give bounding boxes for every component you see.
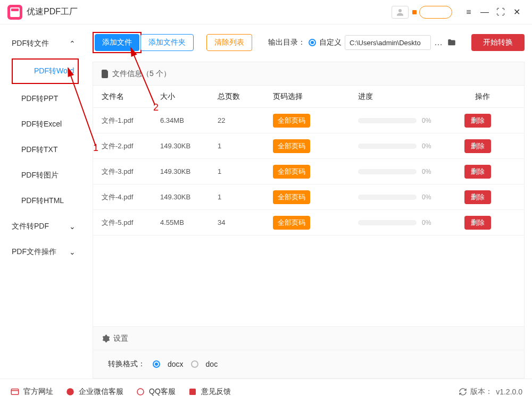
output-path-input[interactable] xyxy=(345,35,431,50)
start-convert-button[interactable]: 开始转换 xyxy=(471,34,525,51)
table-row: 文件-5.pdf4.55MB34全部页码0%删除 xyxy=(93,210,524,235)
table-row: 文件-2.pdf149.30KB1全部页码0%删除 xyxy=(93,133,524,159)
footer-feedback[interactable]: 意见反馈 xyxy=(187,386,231,397)
add-file-button[interactable]: 添加文件 xyxy=(95,34,139,51)
format-radio-doc[interactable] xyxy=(191,360,198,368)
maximize-button[interactable]: ⛶ xyxy=(493,0,509,24)
refresh-icon xyxy=(459,388,467,396)
svg-rect-4 xyxy=(189,389,196,395)
sidebar-item-pdf-to-image[interactable]: PDF转图片 xyxy=(0,163,85,188)
footer-qq-support[interactable]: QQ客服 xyxy=(135,386,176,397)
cell-size: 6.34MB xyxy=(160,116,218,124)
progress-bar xyxy=(358,169,417,174)
sidebar: PDF转文件 ⌃ PDF转Word PDF转PPT PDF转Excel PDF转… xyxy=(0,24,85,378)
progress-text: 0% xyxy=(422,193,431,201)
delete-row-button[interactable]: 删除 xyxy=(464,216,491,230)
add-folder-button[interactable]: 添加文件夹 xyxy=(140,34,194,51)
cell-name: 文件-2.pdf xyxy=(102,141,160,151)
toolbar: 添加文件 添加文件夹 清除列表 输出目录： 自定义 … 开始转换 xyxy=(93,31,525,54)
col-name: 文件名 xyxy=(102,92,160,102)
menu-button[interactable]: ≡ xyxy=(461,0,477,24)
qq-icon xyxy=(135,386,146,397)
minimize-button[interactable]: — xyxy=(477,0,493,24)
sidebar-item-pdf-to-txt[interactable]: PDF转TXT xyxy=(0,137,85,163)
cell-pages: 22 xyxy=(218,116,273,124)
feedback-icon xyxy=(187,386,198,397)
footer-official-site[interactable]: 官方网址 xyxy=(10,386,53,397)
sidebar-item-label: PDF转图片 xyxy=(21,171,59,180)
cell-size: 149.30KB xyxy=(160,167,218,175)
sidebar-item-label: PDF转Excel xyxy=(21,120,62,129)
cell-size: 4.55MB xyxy=(160,218,218,226)
browse-more-button[interactable]: … xyxy=(434,38,443,47)
select-pages-button[interactable]: 全部页码 xyxy=(273,190,310,204)
open-folder-button[interactable] xyxy=(446,38,457,47)
table-row: 文件-4.pdf149.30KB1全部页码0%删除 xyxy=(93,184,524,210)
select-pages-button[interactable]: 全部页码 xyxy=(273,165,310,179)
svg-point-2 xyxy=(66,388,74,395)
sidebar-item-label: PDF转PPT xyxy=(21,94,58,104)
output-custom-label: 自定义 xyxy=(319,38,342,47)
col-size: 大小 xyxy=(160,92,218,102)
format-opt-doc: doc xyxy=(206,360,218,368)
progress-text: 0% xyxy=(422,168,431,175)
col-sel: 页码选择 xyxy=(273,92,358,102)
sidebar-item-label: PDF转Word xyxy=(34,66,74,76)
delete-row-button[interactable]: 删除 xyxy=(464,165,491,179)
version-info: 版本： v1.2.0.0 xyxy=(459,387,522,397)
footer-wecom-support[interactable]: 企业微信客服 xyxy=(65,386,123,397)
footer: 官方网址 企业微信客服 QQ客服 意见反馈 版本： v1.2.0.0 xyxy=(0,378,532,404)
cell-pages: 34 xyxy=(218,218,273,226)
cell-name: 文件-1.pdf xyxy=(102,116,160,125)
delete-row-button[interactable]: 删除 xyxy=(464,139,491,153)
file-count: （5 个） xyxy=(142,69,171,79)
file-icon xyxy=(102,70,109,78)
sidebar-item-pdf-to-ppt[interactable]: PDF转PPT xyxy=(0,86,85,112)
svg-point-3 xyxy=(137,389,144,395)
title-bar: 优速PDF工厂 ≡ — ⛶ ✕ xyxy=(0,0,532,24)
progress-bar xyxy=(358,220,417,225)
sidebar-item-pdf-to-html[interactable]: PDF转HTML xyxy=(0,188,85,214)
app-title: 优速PDF工厂 xyxy=(27,6,78,18)
user-avatar-icon[interactable] xyxy=(392,6,409,19)
chevron-up-icon: ⌃ xyxy=(69,39,76,48)
table-row: 文件-3.pdf149.30KB1全部页码0%删除 xyxy=(93,159,524,184)
format-radio-docx[interactable] xyxy=(153,360,160,368)
clear-list-button[interactable]: 清除列表 xyxy=(206,34,252,51)
sidebar-item-label: PDF转TXT xyxy=(21,145,57,155)
title-badge[interactable] xyxy=(419,6,452,19)
delete-row-button[interactable]: 删除 xyxy=(464,114,491,128)
cell-size: 149.30KB xyxy=(160,142,218,150)
select-pages-button[interactable]: 全部页码 xyxy=(273,114,310,128)
svg-rect-1 xyxy=(11,389,19,394)
format-opt-docx: docx xyxy=(168,360,184,368)
close-button[interactable]: ✕ xyxy=(509,0,525,24)
progress-text: 0% xyxy=(422,142,431,150)
output-custom-radio[interactable] xyxy=(309,39,316,46)
sidebar-group-label: PDF转文件 xyxy=(12,39,49,48)
globe-icon xyxy=(10,386,20,397)
select-pages-button[interactable]: 全部页码 xyxy=(273,216,310,230)
select-pages-button[interactable]: 全部页码 xyxy=(273,139,310,153)
cell-name: 文件-5.pdf xyxy=(102,218,160,228)
cell-name: 文件-3.pdf xyxy=(102,167,160,176)
progress-text: 0% xyxy=(422,219,431,226)
cell-size: 149.30KB xyxy=(160,193,218,201)
settings-section: 设置 转换格式： docx doc xyxy=(93,326,524,378)
app-logo-icon xyxy=(7,5,22,20)
cell-pages: 1 xyxy=(218,142,273,150)
cell-pages: 1 xyxy=(218,167,273,175)
sidebar-item-pdf-to-word[interactable]: PDF转Word xyxy=(12,58,79,84)
format-label: 转换格式： xyxy=(108,359,145,369)
progress-bar xyxy=(358,195,417,200)
file-list-box: 文件信息 （5 个） 文件名 大小 总页数 页码选择 进度 操作 文件-1.pd… xyxy=(93,62,525,378)
delete-row-button[interactable]: 删除 xyxy=(464,190,491,204)
sidebar-group-pdf-to-file[interactable]: PDF转文件 ⌃ xyxy=(0,31,85,56)
col-prog: 进度 xyxy=(358,92,464,102)
sidebar-item-pdf-to-excel[interactable]: PDF转Excel xyxy=(0,112,85,137)
output-dir-label: 输出目录： xyxy=(268,38,305,47)
table-row: 文件-1.pdf6.34MB22全部页码0%删除 xyxy=(93,108,524,133)
sidebar-group-file-to-pdf[interactable]: 文件转PDF ⌄ xyxy=(0,214,85,239)
settings-title: 设置 xyxy=(113,334,128,343)
sidebar-group-pdf-ops[interactable]: PDF文件操作 ⌄ xyxy=(0,239,85,265)
